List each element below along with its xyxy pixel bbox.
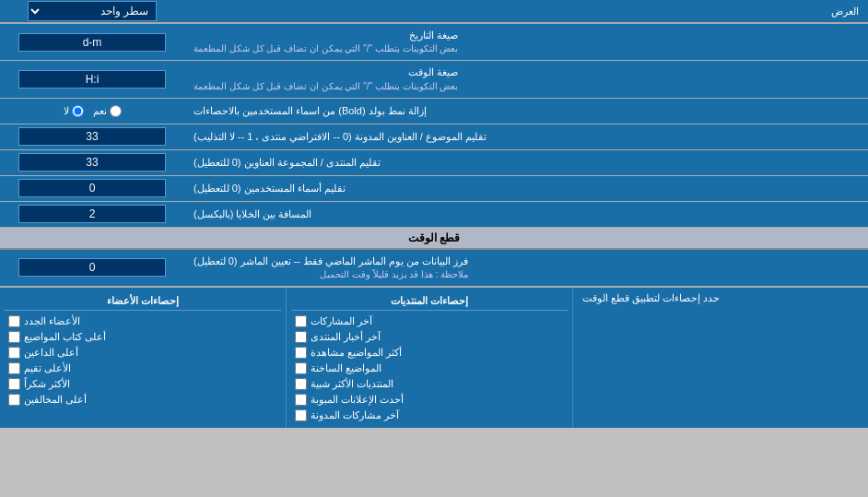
stats-posts-check-1[interactable] — [295, 331, 307, 343]
forum-trim-label: تقليم المنتدى / المجموعة العناوين (0 للت… — [184, 150, 868, 175]
stats-posts-panel: إحصاءات المنتديات آخر المشاركات آخر أخبا… — [286, 288, 572, 428]
cutoff-input[interactable] — [18, 258, 166, 277]
stats-members-item-0: الأعضاء الجدد — [5, 314, 281, 329]
radio-yes-label[interactable]: نعم — [93, 105, 122, 117]
header-select-container: سطر واحد سطرين ثلاثة أسطر — [0, 1, 184, 21]
bold-remove-radio-container: نعم لا — [0, 99, 184, 124]
stats-members-item-4: الأكثر شكراً — [5, 376, 281, 392]
cell-gap-label: المسافة بين الخلايا (بالبكسل) — [184, 202, 868, 227]
time-format-input-container — [0, 61, 184, 97]
topic-trim-row: تقليم الموضوع / العناوين المدونة (0 -- ا… — [0, 124, 868, 150]
stats-posts-check-0[interactable] — [295, 315, 307, 327]
cutoff-input-container — [0, 250, 184, 286]
time-format-label: صيغة الوقت بعض التكوينات يتطلب "/" التي … — [184, 61, 868, 97]
topic-trim-input-container — [0, 124, 184, 149]
cutoff-label: فرز البيانات من يوم الماشر الماضي فقط --… — [184, 250, 868, 286]
stats-posts-item-5: أحدث الإعلانات المبوبة — [291, 392, 568, 408]
section-cutoff-header: قطع الوقت — [0, 228, 868, 250]
cell-gap-row: المسافة بين الخلايا (بالبكسل) — [0, 202, 868, 228]
stats-posts-title: إحصاءات المنتديات — [291, 292, 568, 311]
date-format-label: صيغة التاريخ بعض التكوينات يتطلب "/" الت… — [184, 24, 868, 60]
stats-members-check-4[interactable] — [8, 378, 20, 390]
header-row: العرض سطر واحد سطرين ثلاثة أسطر — [0, 0, 868, 24]
stats-posts-item-2: أكثر المواضيع مشاهدة — [291, 345, 568, 361]
stats-members-item-2: أعلى الداعين — [5, 345, 281, 361]
main-container: العرض سطر واحد سطرين ثلاثة أسطر صيغة الت… — [0, 0, 868, 428]
stats-posts-check-3[interactable] — [295, 362, 307, 374]
display-select[interactable]: سطر واحد سطرين ثلاثة أسطر — [28, 1, 157, 21]
stats-posts-item-4: المنتديات الأكثر شبية — [291, 376, 568, 392]
time-format-input[interactable] — [18, 70, 166, 89]
cell-gap-input[interactable] — [18, 205, 166, 223]
topic-trim-input[interactable] — [18, 127, 166, 146]
cell-gap-input-container — [0, 202, 184, 227]
radio-no[interactable] — [72, 105, 84, 117]
forum-trim-input-container — [0, 150, 184, 175]
stats-members-item-3: الأعلى تقيم — [5, 361, 281, 376]
stats-posts-check-2[interactable] — [295, 347, 307, 359]
stats-members-check-2[interactable] — [8, 347, 20, 359]
stats-members-check-3[interactable] — [8, 362, 20, 374]
stats-posts-item-3: المواضيع الساخنة — [291, 361, 568, 376]
stats-limit-label: حدد إحصاءات لتطبيق قطع الوقت — [572, 288, 868, 428]
stats-members-item-1: أعلى كتاب المواضيع — [5, 329, 281, 345]
username-trim-label: تقليم أسماء المستخدمين (0 للتعطيل) — [184, 176, 868, 201]
cutoff-row: فرز البيانات من يوم الماشر الماضي فقط --… — [0, 250, 868, 287]
bold-remove-row: إزالة نمط بولد (Bold) من اسماء المستخدمي… — [0, 99, 868, 124]
stats-members-check-5[interactable] — [8, 394, 20, 406]
stats-posts-item-1: آخر أخبار المنتدى — [291, 329, 568, 345]
stats-container: حدد إحصاءات لتطبيق قطع الوقت إحصاءات الم… — [0, 287, 868, 428]
date-format-row: صيغة التاريخ بعض التكوينات يتطلب "/" الت… — [0, 24, 868, 61]
stats-members-item-5: أعلى المخالفين — [5, 392, 281, 408]
stats-members-check-1[interactable] — [8, 331, 20, 343]
stats-posts-check-6[interactable] — [295, 409, 307, 421]
stats-posts-item-6: آخر مشاركات المدونة — [291, 408, 568, 423]
forum-trim-input[interactable] — [18, 153, 166, 172]
username-trim-input-container — [0, 176, 184, 201]
stats-posts-item-0: آخر المشاركات — [291, 314, 568, 329]
stats-posts-check-4[interactable] — [295, 378, 307, 390]
stats-members-check-0[interactable] — [8, 315, 20, 327]
topic-trim-label: تقليم الموضوع / العناوين المدونة (0 -- ا… — [184, 124, 868, 149]
date-format-input-container — [0, 24, 184, 60]
radio-yes[interactable] — [110, 105, 122, 117]
forum-trim-row: تقليم المنتدى / المجموعة العناوين (0 للت… — [0, 150, 868, 176]
date-format-input[interactable] — [18, 33, 166, 52]
header-label: العرض — [184, 2, 868, 21]
stats-members-title: إحصاءات الأعضاء — [5, 292, 281, 311]
bold-remove-label: إزالة نمط بولد (Bold) من اسماء المستخدمي… — [184, 99, 868, 124]
radio-no-label[interactable]: لا — [64, 105, 84, 117]
stats-members-panel: إحصاءات الأعضاء الأعضاء الجدد أعلى كتاب … — [0, 288, 286, 428]
time-format-row: صيغة الوقت بعض التكوينات يتطلب "/" التي … — [0, 61, 868, 98]
username-trim-row: تقليم أسماء المستخدمين (0 للتعطيل) — [0, 176, 868, 202]
stats-posts-check-5[interactable] — [295, 394, 307, 406]
username-trim-input[interactable] — [18, 179, 166, 197]
